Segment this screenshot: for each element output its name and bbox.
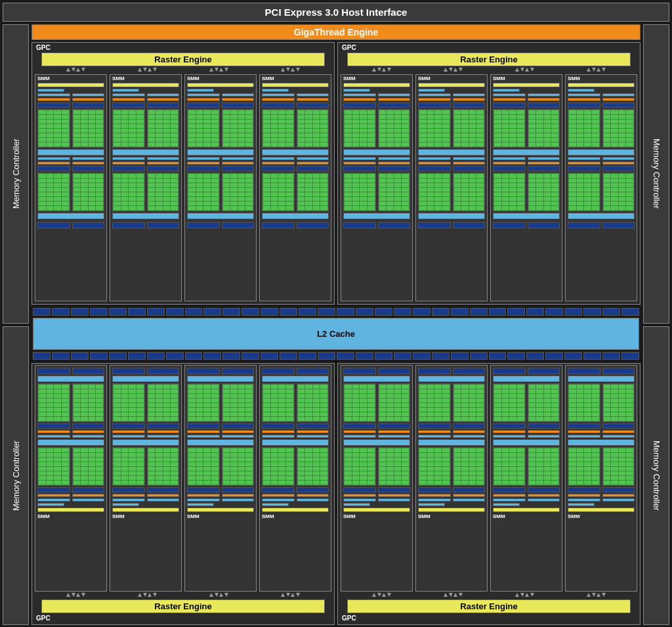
smm-shared-mem bbox=[187, 439, 254, 446]
l2-segment bbox=[394, 352, 411, 360]
cuda-core-grid bbox=[37, 383, 104, 422]
smm-l1-cache bbox=[343, 376, 410, 382]
cuda-core-grid bbox=[112, 447, 179, 486]
smm-tex-units bbox=[343, 368, 410, 374]
smm: SMM bbox=[184, 365, 257, 592]
l2-segment bbox=[337, 352, 354, 360]
smm-l1-cache bbox=[37, 213, 104, 219]
l2-segment bbox=[33, 352, 51, 360]
smm-cache-small bbox=[112, 503, 139, 506]
l2-segment bbox=[432, 352, 450, 360]
raster-engine: Raster Engine bbox=[41, 599, 325, 613]
l2-segment bbox=[261, 308, 278, 316]
cuda-core-grid bbox=[262, 383, 329, 422]
smm-cache-small bbox=[418, 503, 445, 506]
smm-l1-cache bbox=[262, 376, 329, 382]
cuda-core-grid bbox=[37, 109, 104, 148]
smm-label: SMM bbox=[493, 513, 560, 519]
smm-polymorph-bar bbox=[568, 508, 635, 512]
memory-controllers-right: Memory ControllerMemory Controller bbox=[643, 24, 669, 625]
smm-tex-units bbox=[112, 368, 179, 374]
smm-cache-small bbox=[493, 89, 520, 92]
smm-polymorph-bar bbox=[493, 83, 560, 87]
l2-segment bbox=[128, 352, 146, 360]
smm-l1-cache bbox=[493, 213, 560, 219]
cuda-core-grid bbox=[568, 447, 635, 486]
smm-tex-units bbox=[493, 368, 560, 374]
smm-tex-units bbox=[37, 222, 104, 228]
memory-controller: Memory Controller bbox=[3, 326, 29, 626]
l2-segment bbox=[394, 308, 411, 316]
l2-segment bbox=[432, 308, 450, 316]
l2-segment bbox=[203, 352, 221, 360]
smm-label: SMM bbox=[343, 513, 410, 519]
cuda-core-grid bbox=[343, 109, 410, 148]
cuda-core-grid bbox=[343, 383, 410, 422]
l2-segment bbox=[222, 352, 240, 360]
smm-tex-units bbox=[187, 368, 254, 374]
gpc-label: GPC bbox=[35, 615, 331, 622]
cuda-core-grid bbox=[262, 173, 329, 211]
cuda-core-grid bbox=[187, 447, 254, 486]
l2-segment bbox=[280, 308, 297, 316]
l2-segment bbox=[526, 352, 544, 360]
l2-segment bbox=[356, 352, 373, 360]
l2-segment bbox=[451, 308, 469, 316]
gpc-label: GPC bbox=[341, 44, 637, 51]
l2-segment bbox=[261, 352, 278, 360]
raster-engine: Raster Engine bbox=[347, 53, 631, 66]
smm-cache-small bbox=[343, 503, 370, 506]
smm-tex-units bbox=[112, 222, 179, 228]
smm-cache-small bbox=[37, 89, 64, 92]
smm-polymorph-bar bbox=[262, 508, 329, 512]
smm-polymorph-bar bbox=[493, 508, 560, 512]
cuda-core-grid bbox=[493, 173, 560, 211]
smm-polymorph-bar bbox=[568, 83, 635, 87]
smm-polymorph-bar bbox=[343, 83, 410, 87]
gpc: SMMSMMSMMSMM Raster EngineGPC bbox=[337, 363, 640, 626]
cuda-core-grid bbox=[37, 173, 104, 211]
smm-label: SMM bbox=[112, 513, 179, 519]
cuda-core-grid bbox=[262, 109, 329, 148]
smm-tex-units bbox=[343, 222, 410, 228]
cuda-core-grid bbox=[418, 383, 485, 422]
smm: SMM bbox=[490, 74, 562, 301]
smm: SMM bbox=[110, 365, 182, 592]
memory-controller: Memory Controller bbox=[643, 326, 669, 626]
smm-tex-units bbox=[568, 222, 635, 228]
raster-arrows bbox=[41, 68, 325, 73]
center-column: GigaThread Engine GPCRaster Engine SMMSM… bbox=[32, 24, 640, 625]
smm-label: SMM bbox=[568, 513, 635, 519]
cuda-core-grid bbox=[568, 173, 635, 211]
smm: SMM bbox=[110, 74, 182, 301]
l2-segment bbox=[318, 308, 335, 316]
smm-label: SMM bbox=[343, 76, 410, 81]
smm-polymorph-bar bbox=[262, 83, 329, 87]
cuda-core-grid bbox=[493, 447, 560, 486]
smm-tex-units bbox=[493, 222, 560, 228]
l2-segment bbox=[147, 352, 165, 360]
smm-shared-mem bbox=[568, 149, 635, 156]
smm-shared-mem bbox=[37, 149, 104, 156]
l2-segment bbox=[52, 352, 70, 360]
l2-segment bbox=[470, 308, 488, 316]
raster-arrows bbox=[41, 593, 325, 598]
l2-segment bbox=[185, 308, 203, 316]
smm-cache-small bbox=[568, 89, 595, 92]
cuda-core-grid bbox=[187, 109, 254, 148]
l2-segment bbox=[128, 308, 146, 316]
cuda-core-grid bbox=[418, 173, 485, 211]
l2-segment bbox=[621, 308, 639, 316]
raster-arrows bbox=[347, 68, 631, 73]
smm-label: SMM bbox=[418, 513, 485, 519]
cuda-core-grid bbox=[112, 173, 179, 211]
l2-segment bbox=[545, 352, 563, 360]
smm-cache-small bbox=[262, 89, 289, 92]
cuda-core-grid bbox=[112, 109, 179, 148]
cuda-core-grid bbox=[493, 109, 560, 148]
smm-tex-units bbox=[418, 368, 485, 374]
smm-l1-cache bbox=[568, 376, 635, 382]
gpc-label: GPC bbox=[35, 44, 331, 51]
gpc: GPCRaster Engine SMMSMMSMMSMM bbox=[32, 42, 335, 305]
l2-segment bbox=[203, 308, 221, 316]
